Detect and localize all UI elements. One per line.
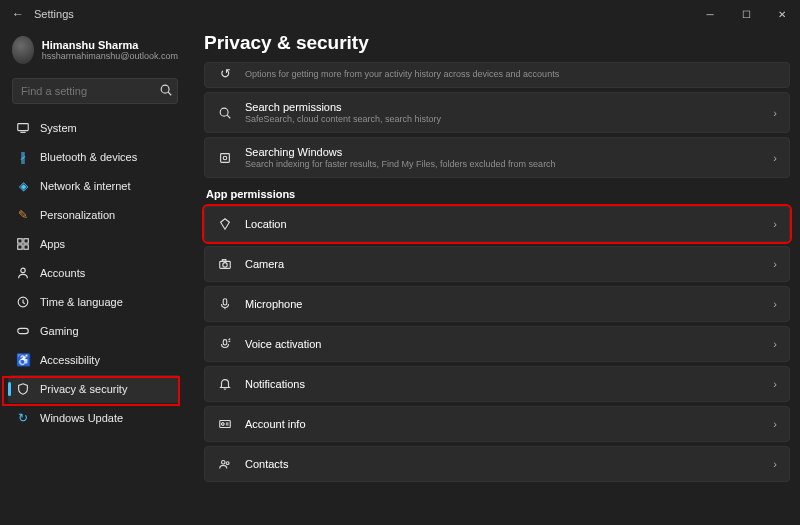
card-account-info[interactable]: Account info › [204,406,790,442]
page-title: Privacy & security [204,32,790,54]
card-contacts[interactable]: Contacts › [204,446,790,482]
nav-label: System [40,122,77,134]
svg-rect-5 [24,239,28,243]
contacts-icon [217,456,233,472]
svg-rect-19 [223,340,227,345]
search-input[interactable] [21,85,159,97]
svg-rect-6 [18,245,22,249]
close-button[interactable]: ✕ [764,0,800,28]
nav-windows-update[interactable]: ↻ Windows Update [8,404,180,432]
card-camera[interactable]: Camera › [204,246,790,282]
card-searching-windows[interactable]: Searching Windows Search indexing for fa… [204,137,790,178]
chevron-right-icon: › [773,152,777,164]
chevron-right-icon: › [773,258,777,270]
update-icon: ↻ [16,411,30,425]
nav-label: Apps [40,238,65,250]
card-notifications[interactable]: Notifications › [204,366,790,402]
nav-label: Windows Update [40,412,123,424]
svg-point-21 [222,423,225,426]
system-icon [16,121,30,135]
avatar [12,36,34,64]
profile-name: Himanshu Sharma [42,39,178,51]
svg-point-11 [220,108,228,116]
nav-label: Personalization [40,209,115,221]
nav-gaming[interactable]: Gaming [8,317,180,345]
bluetooth-icon: ∦ [16,150,30,164]
card-location[interactable]: Location › [204,206,790,242]
svg-point-0 [161,85,169,93]
svg-point-24 [222,461,226,465]
settings-window: ← Settings ─ ☐ ✕ Himanshu Sharma hssharm… [0,0,800,525]
clock-icon [16,295,30,309]
nav-label: Time & language [40,296,123,308]
card-sub: Search indexing for faster results, Find… [245,159,761,169]
nav-accounts[interactable]: Accounts [8,259,180,287]
card-activity-history[interactable]: ↺ Options for getting more from your act… [204,62,790,88]
nav-apps[interactable]: Apps [8,230,180,258]
chevron-right-icon: › [773,458,777,470]
nav-privacy-security[interactable]: Privacy & security [8,375,180,403]
card-search-permissions[interactable]: Search permissions SafeSearch, cloud con… [204,92,790,133]
index-icon [217,150,233,166]
card-title: Notifications [245,378,761,390]
nav-accessibility[interactable]: ♿ Accessibility [8,346,180,374]
nav-time[interactable]: Time & language [8,288,180,316]
card-title: Microphone [245,298,761,310]
nav-list: System ∦ Bluetooth & devices ◈ Network &… [8,114,180,432]
chevron-right-icon: › [773,378,777,390]
bell-icon [217,376,233,392]
camera-icon [217,256,233,272]
nav-label: Bluetooth & devices [40,151,137,163]
wifi-icon: ◈ [16,179,30,193]
nav-personalization[interactable]: ✎ Personalization [8,201,180,229]
history-icon: ↺ [217,65,233,81]
window-title: Settings [34,8,692,20]
chevron-right-icon: › [773,298,777,310]
card-sub: Options for getting more from your activ… [245,69,777,79]
nav-label: Accounts [40,267,85,279]
nav-bluetooth[interactable]: ∦ Bluetooth & devices [8,143,180,171]
chevron-right-icon: › [773,338,777,350]
card-voice-activation[interactable]: Voice activation › [204,326,790,362]
card-title: Camera [245,258,761,270]
card-sub: SafeSearch, cloud content search, search… [245,114,761,124]
brush-icon: ✎ [16,208,30,222]
person-icon [16,266,30,280]
card-title: Account info [245,418,761,430]
sidebar: Himanshu Sharma hssharmahimanshu@outlook… [0,28,186,525]
microphone-icon [217,296,233,312]
card-title: Voice activation [245,338,761,350]
card-title: Location [245,218,761,230]
back-button[interactable]: ← [10,7,26,21]
svg-rect-17 [222,260,226,262]
card-title: Contacts [245,458,761,470]
card-icon [217,416,233,432]
minimize-button[interactable]: ─ [692,0,728,28]
game-icon [16,324,30,338]
search-box[interactable] [12,78,178,104]
svg-point-16 [223,263,227,267]
svg-rect-2 [18,124,29,131]
chevron-right-icon: › [773,107,777,119]
profile-block[interactable]: Himanshu Sharma hssharmahimanshu@outlook… [8,32,182,72]
card-microphone[interactable]: Microphone › [204,286,790,322]
titlebar: ← Settings ─ ☐ ✕ [0,0,800,28]
card-title: Search permissions [245,101,761,113]
chevron-right-icon: › [773,418,777,430]
svg-line-1 [168,92,171,95]
section-app-permissions: App permissions [206,188,790,200]
nav-system[interactable]: System [8,114,180,142]
voice-icon [217,336,233,352]
nav-label: Privacy & security [40,383,127,395]
accessibility-icon: ♿ [16,353,30,367]
maximize-button[interactable]: ☐ [728,0,764,28]
card-title: Searching Windows [245,146,761,158]
nav-label: Gaming [40,325,79,337]
nav-network[interactable]: ◈ Network & internet [8,172,180,200]
svg-rect-13 [221,153,230,162]
svg-rect-4 [18,239,22,243]
shield-icon [16,382,30,396]
svg-rect-18 [223,299,227,305]
main-content: Privacy & security ↺ Options for getting… [186,28,800,525]
svg-point-25 [226,462,229,465]
